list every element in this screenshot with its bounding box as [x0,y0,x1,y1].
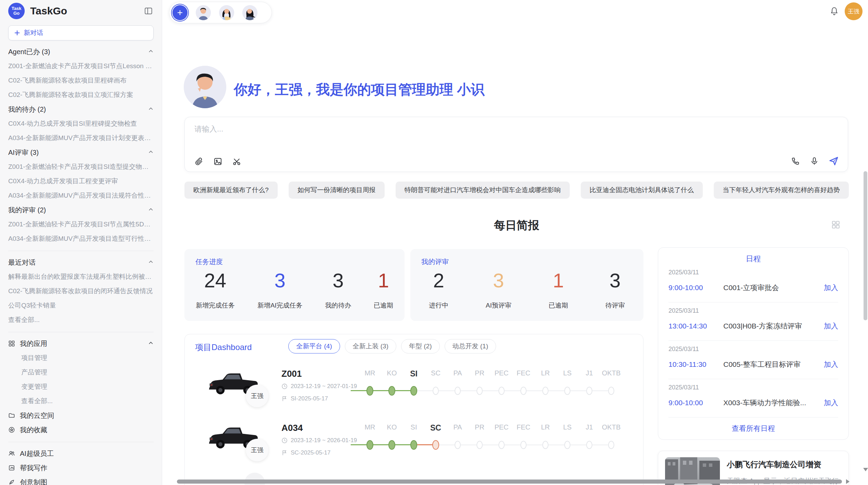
divider [8,251,154,251]
view-all-label: 查看全部... [21,397,53,406]
view-all-chats[interactable]: 查看全部... [8,313,154,327]
recent-chat-item[interactable]: 公司Q3轻卡销量 [8,298,154,313]
image-icon[interactable] [213,157,222,166]
sidebar-item-cloud-space[interactable]: 我的云空间 [8,408,154,423]
phone-icon[interactable] [791,157,800,166]
vertical-scrollbar[interactable] [864,171,867,320]
section-ai-review[interactable]: AI评审 (3) [8,145,154,160]
sidebar-item[interactable]: A034-全新新能源MUV产品开发项目法规符合性评审 [8,188,154,203]
scissors-icon[interactable] [232,157,241,166]
sidebar-item[interactable]: C02-飞腾新能源轻客改款项目里程碑画布 [8,73,154,88]
filter-pill[interactable]: 动总开发 (1) [445,339,496,353]
send-icon[interactable] [829,156,839,166]
sidebar-item-help-write[interactable]: 帮我写作 [8,461,154,475]
sidebar-item[interactable]: C0X4-动力总成开发项目SI里程碑提交物检查 [8,116,154,131]
join-button[interactable]: 加入 [824,398,838,408]
milestone-dot-done [366,386,373,396]
sidebar-collapse-icon[interactable] [144,7,153,17]
milestone-label: KO [387,369,397,377]
microphone-icon[interactable] [810,157,819,166]
project-flag: SC-2025-05-17 [281,449,330,456]
project-dates: 2023-12-19 ~ 2027-01-19 [281,383,357,390]
sidebar-item[interactable]: Z001-全新燃油皮卡产品开发项目SI节点Lesson Learn报告 [8,59,154,73]
join-button[interactable]: 加入 [824,360,838,369]
project-dashboard-card: 项目Dashboard 全新平台 (4) 全新上装 (3) 年型 (2) 动总开… [184,334,643,485]
sidebar-item-favorites[interactable]: 我的收藏 [8,423,154,437]
chat-input[interactable] [194,124,743,145]
creative-draw-label: 创意制图 [20,478,47,485]
paperclip-icon[interactable] [194,157,204,166]
schedule-title: 日程 [668,254,838,264]
sidebar-item[interactable]: A034-全新新能源MUV产品开发项目计划变更表编写 [8,131,154,145]
recent-chat-item[interactable]: 解释最新出台的欧盟报废车法规再生塑料比例被调至15%... [8,270,154,284]
milestone-dot [498,387,505,395]
recent-chat-item[interactable]: C02-飞腾新能源轻客改款项目的闭环通告反馈情况 [8,284,154,298]
sidebar-item[interactable]: C02-飞腾新能源轻客改款项目立项汇报方案 [8,88,154,102]
section-title: 我的待办 (2) [8,105,46,114]
filter-pill-active[interactable]: 全新平台 (4) [288,339,340,353]
section-my-todo[interactable]: 我的待办 (2) [8,102,154,116]
milestone-label: KO [387,423,397,431]
milestone-label: J1 [586,423,593,431]
milestone-dot [477,441,483,449]
sidebar-item-change-mgmt[interactable]: 变更管理 [8,380,154,394]
chevron-up-icon[interactable] [148,206,154,214]
schedule-item: 2025/03/11 9:00-10:00 X003-车辆动力学性能验... 加… [668,379,838,418]
chevron-up-icon[interactable] [148,105,154,113]
filter-pill[interactable]: 年型 (2) [401,339,440,353]
project-row-a034[interactable]: 王强 A034 2023-12-19 ~ 2026-01-19 SC-2025-… [192,419,637,470]
sidebar-item[interactable]: Z001-全新燃油轻卡产品开发项目SI节点属性5D文件评审 [8,217,154,232]
notification-bell-icon[interactable] [830,7,839,17]
stat-label: 新增AI完成任务 [257,301,303,310]
suggestion-chip[interactable]: 特朗普可能对进口汽车增税会对中国车企造成哪些影响 [396,182,570,199]
sidebar: Task Go TaskGo 新对话 Agent已办 (3) Z001-全新燃油… [0,0,162,485]
schedule-item: 2025/03/11 9:00-10:00 C001-立项审批会 加入 [668,264,838,302]
suggestion-chips: 欧洲新规最近颁布了什么? 如何写一份清晰的项目周报 特朗普可能对进口汽车增税会对… [184,182,849,199]
section-agent-done[interactable]: Agent已办 (3) [8,45,154,59]
add-agent-button[interactable] [172,5,188,20]
join-button[interactable]: 加入 [824,283,838,293]
suggestion-chip[interactable]: 欧洲新规最近颁布了什么? [184,182,278,199]
agent-avatar-1[interactable] [196,5,211,20]
user-avatar[interactable]: 王强 [845,2,863,20]
view-all-schedule-link[interactable]: 查看所有日程 [668,424,838,433]
chevron-up-icon[interactable] [148,48,154,56]
filter-pill[interactable]: 全新上装 (3) [345,339,397,353]
agent-avatar-3[interactable] [242,5,257,20]
milestone-dot-overdue [432,440,439,450]
sidebar-item-label: A034-全新新能源MUV产品开发项目计划变更表编写 [8,134,154,142]
sidebar-item[interactable]: C0X4-动力总成开发项目工程变更评审 [8,174,154,188]
sidebar-item-creative-draw[interactable]: 创意制图 [8,475,154,485]
milestone-label: SI [411,423,417,431]
stat-in-progress: 2 进行中 [429,270,448,310]
new-chat-button[interactable]: 新对话 [8,25,154,40]
join-button[interactable]: 加入 [824,321,838,331]
suggestion-chip[interactable]: 当下年轻人对汽车外观有怎样的喜好趋势 [714,182,849,199]
chevron-up-icon[interactable] [148,149,154,157]
chevron-up-icon[interactable] [148,259,154,266]
sidebar-item[interactable]: Z001-全新燃油轻卡产品开发项目SI造型提交物评审 [8,160,154,174]
briefing-layout-icon[interactable] [831,220,841,231]
schedule-event-title: C003|H0B-方案冻结评审 [723,321,809,331]
suggestion-chip[interactable]: 比亚迪全固态电池计划具体说了什么 [581,182,703,199]
cloud-space-label: 我的云空间 [20,411,54,420]
sidebar-item-product-mgmt[interactable]: 产品管理 [8,365,154,380]
sidebar-item-ai-super-staff[interactable]: AI超级员工 [8,446,154,461]
horizontal-scrollbar[interactable] [177,480,842,484]
sidebar-item-my-apps[interactable]: 我的应用 [8,336,154,351]
chevron-up-icon[interactable] [148,340,154,348]
scroll-right-arrow[interactable] [846,479,849,484]
schedule-event-title: X003-车辆动力学性能验... [723,398,809,408]
sidebar-item-label: Z001-全新燃油轻卡产品开发项目SI节点属性5D文件评审 [8,220,154,229]
sidebar-item[interactable]: A034-全新新能源MUV产品开发项目造型可行性评审 [8,232,154,246]
section-recent-chats[interactable]: 最近对话 [8,255,154,270]
sidebar-item-project-mgmt[interactable]: 项目管理 [8,351,154,365]
app-logo: Task Go [8,3,25,19]
section-my-review[interactable]: 我的评审 (2) [8,203,154,217]
scroll-down-arrow[interactable] [863,468,868,471]
view-all-apps[interactable]: 查看全部... [8,394,154,408]
agent-avatar-2[interactable] [219,5,234,20]
stat-label: 已逾期 [374,301,393,310]
suggestion-chip[interactable]: 如何写一份清晰的项目周报 [289,182,385,199]
project-row-z001[interactable]: 王强 Z001 2023-12-19 ~ 2027-01-19 SI-2025-… [192,364,637,416]
